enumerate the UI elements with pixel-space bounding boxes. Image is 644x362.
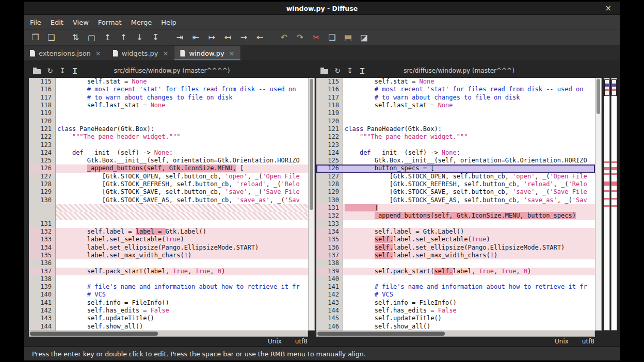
code-line[interactable]: 144 self.show_all() — [29, 323, 308, 331]
code-line[interactable]: 124 def __init__(self) -> None: — [316, 149, 595, 157]
horizontal-scrollbar-left[interactable] — [29, 331, 308, 337]
reload-file-icon[interactable]: ↻ — [331, 67, 344, 75]
save-file-icon[interactable]: ↧ — [344, 67, 356, 75]
code-line[interactable]: 127 [Gtk.STOCK_OPEN, self.button_cb, 'op… — [316, 173, 595, 180]
gap-line[interactable] — [29, 212, 308, 220]
code-line[interactable]: 120 — [316, 118, 595, 125]
code-line[interactable]: 126 _append_buttons(self, Gtk.IconSize.M… — [29, 164, 308, 172]
code-line[interactable]: 139 self.pack_start(self.label, True, Tr… — [316, 268, 595, 275]
tab-close-icon[interactable]: × — [95, 50, 101, 57]
code-line[interactable]: 143 self.updateTitle() — [29, 315, 308, 322]
tab-close-icon[interactable]: × — [229, 50, 235, 57]
code-line[interactable]: 135 self.label.set_selectable(True) — [316, 236, 595, 243]
scrollbar-thumb[interactable] — [30, 332, 158, 336]
code-line[interactable]: 128 [Gtk.STOCK_REFRESH, self.button_cb, … — [316, 180, 595, 188]
close-button[interactable]: × — [605, 2, 611, 14]
overview-viewport[interactable] — [611, 79, 617, 96]
overview-map-left[interactable] — [604, 78, 610, 331]
tab-window.py[interactable]: window.py× — [174, 46, 240, 60]
code-line[interactable]: 138 — [316, 259, 595, 267]
new-3way-file-merge-icon[interactable]: ❑ — [44, 30, 58, 45]
code-line[interactable]: 146 self.show_all() — [316, 323, 595, 331]
new-2way-file-merge-icon[interactable]: ❐ — [28, 30, 42, 45]
code-line[interactable]: 137 self.label.set_max_width_chars(1) — [316, 252, 595, 259]
previous-difference-icon[interactable]: ↑ — [117, 30, 131, 45]
code-line[interactable]: 128 [Gtk.STOCK_REFRESH, self.button_cb, … — [29, 180, 308, 188]
code-line[interactable]: 116 # most recent 'stat' for files read … — [29, 86, 308, 93]
code-line[interactable]: 140 # VCS — [29, 291, 308, 299]
vertical-scrollbar-right[interactable] — [595, 78, 602, 331]
scrollbar-thumb[interactable] — [597, 79, 600, 114]
code-line[interactable]: 123 — [316, 141, 595, 149]
first-difference-icon[interactable]: ↥ — [101, 30, 115, 45]
copy-right-into-selection-icon[interactable]: ↤ — [221, 30, 235, 45]
menu-item-merge[interactable]: Merge — [126, 19, 157, 26]
gap-line[interactable] — [29, 204, 308, 212]
code-line[interactable]: 130 [Gtk.STOCK_SAVE_AS, self.button_cb, … — [316, 196, 595, 204]
code-line[interactable]: 143 self.info = FileInfo() — [316, 299, 595, 307]
code-line[interactable]: 125 Gtk.Box.__init__(self, orientation=G… — [29, 157, 308, 164]
code-line[interactable]: 142 self.has_edits = False — [29, 307, 308, 315]
code-line[interactable]: 139 # file's name and information about … — [29, 283, 308, 291]
cut-icon[interactable]: ✂ — [309, 30, 323, 45]
code-line[interactable]: 122 """The pane header widget.""" — [316, 133, 595, 141]
menu-item-view[interactable]: View — [68, 19, 93, 26]
code-line[interactable]: 133 — [316, 220, 595, 228]
menu-item-edit[interactable]: Edit — [46, 19, 68, 26]
code-line[interactable]: 121class PaneHeader(Gtk.Box): — [29, 125, 308, 133]
menu-item-file[interactable]: File — [25, 19, 46, 26]
code-line[interactable]: 132 self.label = label = Gtk.Label() — [29, 228, 308, 236]
code-line[interactable]: 136 self.label.set_ellipsize(Pango.Ellip… — [316, 244, 595, 252]
redo-icon[interactable]: ↷ — [293, 30, 307, 45]
copy-icon[interactable]: ❏ — [325, 30, 339, 45]
save-file-icon[interactable]: ↧ — [56, 67, 69, 75]
code-line[interactable]: 141 self.info = FileInfo() — [29, 299, 308, 307]
code-line[interactable]: 135 label.set_max_width_chars(1) — [29, 252, 308, 259]
code-line[interactable]: 141 # file's name and information about … — [316, 283, 595, 291]
merge-from-left-then-right-icon[interactable]: ⇝ — [237, 30, 251, 45]
menu-item-help[interactable]: Help — [156, 19, 181, 26]
clear-edits-icon[interactable]: ◪ — [357, 30, 371, 45]
code-line[interactable]: 145 self.updateTitle() — [316, 315, 595, 322]
text-encoding-icon[interactable]: T — [356, 67, 368, 74]
code-line[interactable]: 124 def __init__(self) -> None: — [29, 149, 308, 157]
code-line[interactable]: 127 [Gtk.STOCK_OPEN, self.button_cb, 'op… — [29, 173, 308, 180]
code-line[interactable]: 133 label.set_selectable(True) — [29, 236, 308, 243]
tab-extensions.json[interactable]: extensions.json× — [24, 46, 107, 60]
horizontal-scrollbar-right[interactable] — [316, 331, 595, 337]
code-area-right[interactable]: 115 self.stat = None116 # most recent 's… — [316, 78, 595, 331]
code-line[interactable]: 129 [Gtk.STOCK_SAVE, self.button_cb, 'sa… — [29, 188, 308, 196]
code-line[interactable]: 116 # most recent 'stat' for files read … — [316, 86, 595, 93]
text-encoding-icon[interactable]: T — [69, 67, 81, 74]
reload-file-icon[interactable]: ↻ — [44, 67, 56, 75]
code-line[interactable]: 131 ] — [316, 204, 595, 212]
scrollbar-thumb[interactable] — [317, 332, 445, 336]
vertical-scrollbar-left[interactable] — [308, 78, 315, 331]
code-line[interactable]: 142 # VCS — [316, 291, 595, 299]
code-line[interactable]: 131 — [29, 220, 308, 228]
code-line[interactable]: 130 [Gtk.STOCK_SAVE_AS, self.button_cb, … — [29, 196, 308, 204]
overview-map[interactable] — [604, 78, 617, 331]
code-line[interactable]: 132 _append_buttons(self, Gtk.IconSize.M… — [316, 212, 595, 220]
last-difference-icon[interactable]: ↧ — [149, 30, 163, 45]
code-line[interactable]: 137 self.pack_start(label, True, True, 0… — [29, 268, 308, 275]
tab-widgets.py[interactable]: widgets.py× — [107, 46, 175, 60]
code-line[interactable]: 144 self.has_edits = False — [316, 307, 595, 315]
code-line[interactable]: 122 """The pane header widget.""" — [29, 133, 308, 141]
code-line[interactable]: 123 — [29, 141, 308, 149]
code-line[interactable]: 117 # to warn about changes to file on d… — [29, 94, 308, 102]
code-area-left[interactable]: 115 self.stat = None116 # most recent 's… — [29, 78, 308, 331]
paste-icon[interactable]: ▤ — [341, 30, 355, 45]
next-difference-icon[interactable]: ↓ — [133, 30, 147, 45]
code-line[interactable]: 129 [Gtk.STOCK_SAVE, self.button_cb, 'sa… — [316, 188, 595, 196]
code-line[interactable]: 121class PaneHeader(Gtk.Box): — [316, 125, 595, 133]
copy-left-into-selection-icon[interactable]: ↦ — [205, 30, 219, 45]
code-line[interactable]: 140 — [316, 275, 595, 283]
code-line[interactable]: 117 # to warn about changes to file on d… — [316, 94, 595, 102]
open-file-icon[interactable] — [320, 69, 328, 74]
title-bar[interactable]: window.py - Diffuse × — [24, 2, 620, 15]
code-line[interactable]: 120 — [29, 118, 308, 125]
overview-viewport[interactable] — [604, 79, 609, 96]
menu-item-format[interactable]: Format — [93, 19, 126, 26]
code-line[interactable]: 115 self.stat = None — [316, 78, 595, 86]
